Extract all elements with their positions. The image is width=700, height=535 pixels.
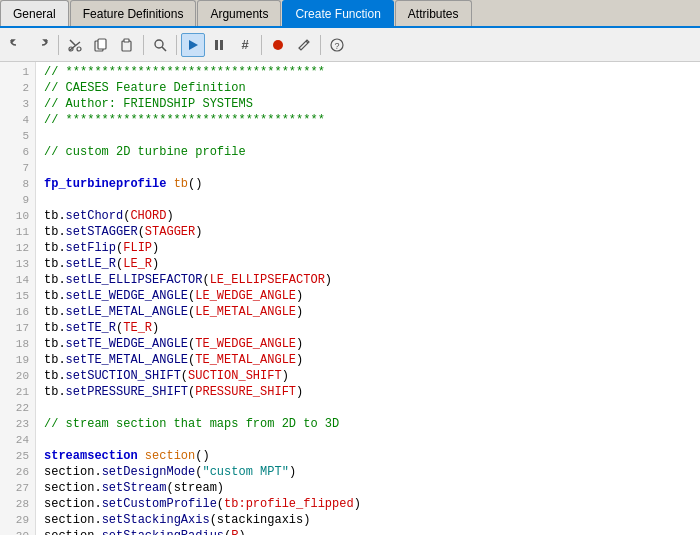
code-line-11: tb.setSTAGGER(STAGGER)	[44, 224, 700, 240]
undo-button[interactable]	[4, 33, 28, 57]
code-line-22	[44, 400, 700, 416]
pause-button[interactable]	[207, 33, 231, 57]
code-line-1: // ************************************	[44, 64, 700, 80]
code-line-18: tb.setTE_WEDGE_ANGLE(TE_WEDGE_ANGLE)	[44, 336, 700, 352]
line-number-28: 28	[0, 496, 29, 512]
toolbar: # ?	[0, 28, 700, 62]
sep-3	[176, 35, 177, 55]
line-number-8: 8	[0, 176, 29, 192]
code-line-8: fp_turbineprofile tb()	[44, 176, 700, 192]
code-line-27: section.setStream(stream)	[44, 480, 700, 496]
code-line-12: tb.setFlip(FLIP)	[44, 240, 700, 256]
line-numbers: 1234567891011121314151617181920212223242…	[0, 62, 36, 535]
line-number-10: 10	[0, 208, 29, 224]
svg-rect-10	[220, 40, 223, 50]
svg-text:?: ?	[335, 41, 340, 51]
code-line-9	[44, 192, 700, 208]
svg-point-1	[77, 47, 81, 51]
find-button[interactable]	[148, 33, 172, 57]
line-number-7: 7	[0, 160, 29, 176]
code-line-16: tb.setLE_METAL_ANGLE(LE_METAL_ANGLE)	[44, 304, 700, 320]
code-line-17: tb.setTE_R(TE_R)	[44, 320, 700, 336]
line-number-2: 2	[0, 80, 29, 96]
line-number-14: 14	[0, 272, 29, 288]
sep-5	[320, 35, 321, 55]
line-number-21: 21	[0, 384, 29, 400]
line-number-9: 9	[0, 192, 29, 208]
line-number-18: 18	[0, 336, 29, 352]
line-number-11: 11	[0, 224, 29, 240]
sep-4	[261, 35, 262, 55]
line-number-30: 30	[0, 528, 29, 535]
line-number-3: 3	[0, 96, 29, 112]
line-number-27: 27	[0, 480, 29, 496]
line-number-25: 25	[0, 448, 29, 464]
line-number-20: 20	[0, 368, 29, 384]
code-line-4: // ************************************	[44, 112, 700, 128]
code-line-7	[44, 160, 700, 176]
line-number-22: 22	[0, 400, 29, 416]
line-number-26: 26	[0, 464, 29, 480]
line-number-29: 29	[0, 512, 29, 528]
code-line-13: tb.setLE_R(LE_R)	[44, 256, 700, 272]
line-number-17: 17	[0, 320, 29, 336]
line-number-23: 23	[0, 416, 29, 432]
line-number-5: 5	[0, 128, 29, 144]
line-number-12: 12	[0, 240, 29, 256]
code-line-19: tb.setTE_METAL_ANGLE(TE_METAL_ANGLE)	[44, 352, 700, 368]
code-line-30: section.setStackingRadius(R)	[44, 528, 700, 535]
tab-general[interactable]: General	[0, 0, 69, 26]
code-line-2: // CAESES Feature Definition	[44, 80, 700, 96]
tab-attributes[interactable]: Attributes	[395, 0, 472, 26]
code-line-28: section.setCustomProfile(tb:profile_flip…	[44, 496, 700, 512]
tab-arguments[interactable]: Arguments	[197, 0, 281, 26]
svg-rect-5	[124, 39, 129, 42]
line-number-13: 13	[0, 256, 29, 272]
code-line-20: tb.setSUCTION_SHIFT(SUCTION_SHIFT)	[44, 368, 700, 384]
line-number-16: 16	[0, 304, 29, 320]
tab-feature-definitions[interactable]: Feature Definitions	[70, 0, 197, 26]
svg-marker-8	[189, 40, 198, 50]
code-line-14: tb.setLE_ELLIPSEFACTOR(LE_ELLIPSEFACTOR)	[44, 272, 700, 288]
line-number-4: 4	[0, 112, 29, 128]
copy-button[interactable]	[89, 33, 113, 57]
svg-rect-3	[98, 39, 106, 49]
sep-1	[58, 35, 59, 55]
code-line-24	[44, 432, 700, 448]
code-editor[interactable]: 1234567891011121314151617181920212223242…	[0, 62, 700, 535]
code-line-5	[44, 128, 700, 144]
redo-button[interactable]	[30, 33, 54, 57]
line-number-6: 6	[0, 144, 29, 160]
sep-2	[143, 35, 144, 55]
line-number-24: 24	[0, 432, 29, 448]
svg-line-7	[162, 47, 166, 51]
code-line-6: // custom 2D turbine profile	[44, 144, 700, 160]
run-button[interactable]	[181, 33, 205, 57]
line-number-15: 15	[0, 288, 29, 304]
paste-button[interactable]	[115, 33, 139, 57]
code-line-23: // stream section that maps from 2D to 3…	[44, 416, 700, 432]
tab-create-function[interactable]: Create Function	[282, 0, 393, 26]
help-button[interactable]: ?	[325, 33, 349, 57]
tab-bar: General Feature Definitions Arguments Cr…	[0, 0, 700, 28]
code-line-25: streamsection section()	[44, 448, 700, 464]
svg-point-6	[155, 40, 163, 48]
edit-button[interactable]	[292, 33, 316, 57]
svg-point-11	[273, 40, 283, 50]
code-line-10: tb.setChord(CHORD)	[44, 208, 700, 224]
hash-button[interactable]: #	[233, 33, 257, 57]
code-content[interactable]: // ************************************/…	[36, 62, 700, 535]
code-line-3: // Author: FRIENDSHIP SYSTEMS	[44, 96, 700, 112]
svg-rect-9	[215, 40, 218, 50]
code-line-21: tb.setPRESSURE_SHIFT(PRESSURE_SHIFT)	[44, 384, 700, 400]
line-number-19: 19	[0, 352, 29, 368]
code-line-15: tb.setLE_WEDGE_ANGLE(LE_WEDGE_ANGLE)	[44, 288, 700, 304]
stop-button[interactable]	[266, 33, 290, 57]
line-number-1: 1	[0, 64, 29, 80]
code-line-26: section.setDesignMode("custom MPT")	[44, 464, 700, 480]
cut-button[interactable]	[63, 33, 87, 57]
code-line-29: section.setStackingAxis(stackingaxis)	[44, 512, 700, 528]
